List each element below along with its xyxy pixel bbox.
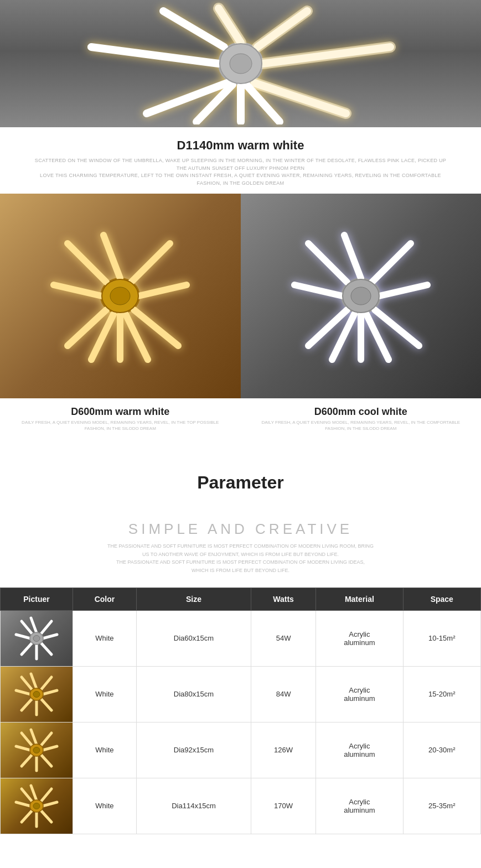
svg-point-82 — [33, 803, 40, 809]
svg-line-25 — [68, 243, 106, 282]
spacer-1 — [0, 434, 481, 461]
svg-line-75 — [43, 802, 57, 806]
creative-desc: THE PASSIONATE AND SOFT FURNITURE IS MOS… — [0, 542, 481, 574]
svg-line-43 — [31, 618, 37, 633]
svg-line-37 — [294, 285, 343, 296]
svg-line-49 — [16, 635, 30, 638]
creative-block: SIMPLE AND CREATIVE THE PASSIONATE AND S… — [0, 510, 481, 588]
svg-point-52 — [33, 635, 40, 641]
svg-point-62 — [33, 691, 40, 697]
col-watts: Watts — [251, 588, 316, 610]
svg-line-38 — [308, 243, 347, 282]
col-color: Color — [73, 588, 137, 610]
svg-line-24 — [54, 285, 102, 296]
svg-line-54 — [40, 677, 51, 690]
svg-point-72 — [33, 747, 40, 753]
color-cell: White — [73, 610, 137, 666]
dual-image-section — [0, 194, 481, 398]
caption-subtitle: SCATTERED ON THE WINDOW OF THE UMBRELLA,… — [33, 157, 448, 187]
left-label-desc: DAILY FRESH, A QUIET EVENING MODEL, REMA… — [0, 419, 241, 432]
svg-line-64 — [40, 733, 51, 746]
material-cell: Acrylicaluminum — [316, 610, 403, 666]
watts-cell: 54W — [251, 610, 316, 666]
color-cell: White — [73, 778, 137, 834]
svg-point-42 — [351, 287, 371, 305]
caption-title: D1140mm warm white — [33, 138, 448, 153]
label-row: D600mm warm white DAILY FRESH, A QUIET E… — [0, 398, 481, 434]
material-cell: Acrylicaluminum — [316, 666, 403, 722]
svg-line-74 — [40, 789, 51, 802]
thumb-cell — [1, 610, 73, 666]
watts-cell: 170W — [251, 778, 316, 834]
svg-line-66 — [40, 754, 51, 766]
svg-line-18 — [104, 235, 120, 278]
svg-line-12 — [163, 11, 224, 47]
col-picture: Pictuer — [1, 588, 73, 610]
material-cell: Acrylicaluminum — [316, 778, 403, 834]
thumb-cell — [1, 722, 73, 778]
watts-cell: 126W — [251, 722, 316, 778]
svg-line-46 — [40, 642, 51, 654]
size-cell: Dia60x15cm — [136, 610, 251, 666]
svg-line-2 — [219, 8, 241, 43]
table-row: WhiteDia60x15cm54WAcrylicaluminum10-15m² — [1, 610, 481, 666]
svg-line-59 — [16, 690, 30, 694]
space-cell: 25-35m² — [403, 778, 480, 834]
svg-line-4 — [257, 11, 307, 47]
table-row: WhiteDia92x15cm126WAcrylicaluminum20-30m… — [1, 722, 481, 778]
parameter-section: Parameter — [0, 461, 481, 510]
right-label: D600mm cool white DAILY FRESH, A QUIET E… — [241, 406, 482, 432]
watts-cell: 84W — [251, 666, 316, 722]
svg-line-53 — [31, 674, 37, 689]
space-cell: 15-20m² — [403, 666, 480, 722]
parameter-table: Pictuer Color Size Watts Material Space — [0, 588, 481, 834]
table-row: WhiteDia80x15cm84WAcrylicaluminum15-20m² — [1, 666, 481, 722]
svg-line-58 — [22, 698, 33, 710]
left-label: D600mm warm white DAILY FRESH, A QUIET E… — [0, 406, 241, 432]
svg-line-68 — [22, 754, 33, 766]
size-cell: Dia80x15cm — [136, 666, 251, 722]
svg-point-29 — [110, 287, 130, 305]
right-label-title: D600mm cool white — [241, 406, 482, 418]
color-cell: White — [73, 722, 137, 778]
svg-line-48 — [22, 642, 33, 654]
svg-line-60 — [22, 677, 33, 690]
svg-line-11 — [91, 47, 219, 64]
svg-line-69 — [16, 746, 30, 750]
svg-line-55 — [43, 690, 57, 694]
col-material: Material — [316, 588, 403, 610]
svg-line-20 — [138, 285, 187, 296]
space-cell: 20-30m² — [403, 722, 480, 778]
svg-point-16 — [230, 54, 252, 74]
svg-line-33 — [379, 285, 427, 296]
thumb-cell — [1, 778, 73, 834]
hero-image — [0, 0, 481, 127]
svg-line-76 — [40, 810, 51, 822]
table-row: WhiteDia114x15cm170WAcrylicaluminum25-35… — [1, 778, 481, 834]
color-cell: White — [73, 666, 137, 722]
col-space: Space — [403, 588, 480, 610]
dual-left-image — [0, 194, 241, 398]
col-size: Size — [136, 588, 251, 610]
left-label-title: D600mm warm white — [0, 406, 241, 418]
svg-line-6 — [263, 47, 390, 64]
caption-section: D1140mm warm white SCATTERED ON THE WIND… — [0, 127, 481, 194]
svg-line-44 — [40, 621, 51, 635]
svg-line-19 — [131, 243, 170, 282]
svg-line-78 — [22, 810, 33, 822]
svg-line-65 — [43, 746, 57, 750]
right-label-desc: DAILY FRESH, A QUIET EVENING MODEL, REMA… — [241, 419, 482, 432]
material-cell: Acrylicaluminum — [316, 722, 403, 778]
svg-line-63 — [31, 730, 37, 745]
thumb-cell — [1, 666, 73, 722]
dual-right-image — [241, 194, 482, 398]
svg-line-73 — [31, 786, 37, 801]
svg-line-70 — [22, 733, 33, 746]
size-cell: Dia92x15cm — [136, 722, 251, 778]
svg-line-31 — [344, 235, 361, 278]
svg-line-50 — [22, 621, 33, 635]
creative-title: SIMPLE AND CREATIVE — [0, 521, 481, 538]
parameter-title: Parameter — [0, 472, 481, 493]
svg-line-32 — [372, 243, 411, 282]
svg-line-80 — [22, 789, 33, 802]
